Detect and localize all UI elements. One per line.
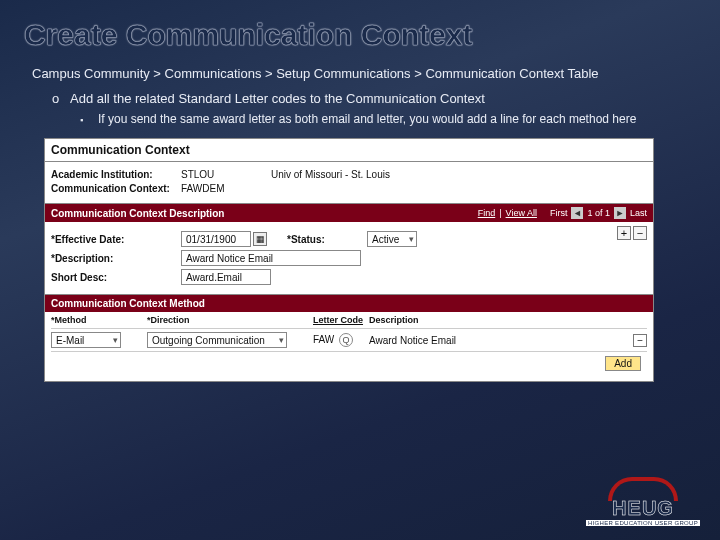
nav-next-button[interactable]: ► — [614, 207, 626, 219]
section-title: Communication Context Description — [51, 208, 224, 219]
breadcrumb: Campus Community > Communications > Setu… — [32, 66, 696, 81]
direction-select[interactable]: Outgoing Communication — [147, 332, 287, 348]
delete-row-icon[interactable]: − — [633, 226, 647, 240]
effdt-input[interactable]: 01/31/1900 — [181, 231, 251, 247]
calendar-icon[interactable]: ▦ — [253, 232, 267, 246]
col-description-header: Description — [369, 315, 611, 325]
lettercode-value: FAW — [313, 334, 334, 345]
nav-prev-button[interactable]: ◄ — [571, 207, 583, 219]
context-label: Communication Context: — [51, 183, 181, 194]
app-panel: Communication Context Academic Instituti… — [44, 138, 654, 382]
institution-name: Univ of Missouri - St. Louis — [271, 169, 451, 180]
col-direction-header: *Direction — [147, 315, 307, 325]
description-label: *Description: — [51, 253, 181, 264]
section-header-method: Communication Context Method — [45, 295, 653, 312]
bullet-text: If you send the same award letter as bot… — [98, 112, 636, 126]
row-delete-icon[interactable]: − — [633, 334, 647, 347]
heug-logo: HEUG HIGHER EDUCATION USER GROUP — [586, 477, 700, 526]
shortdesc-label: Short Desc: — [51, 272, 181, 283]
method-select[interactable]: E-Mail — [51, 332, 121, 348]
find-link[interactable]: Find — [478, 208, 496, 218]
nav-count: 1 of 1 — [587, 208, 610, 218]
section-header-description: Communication Context Description Find |… — [45, 204, 653, 222]
lookup-icon[interactable]: Q — [339, 333, 353, 347]
viewall-link[interactable]: View All — [506, 208, 537, 218]
institution-label: Academic Institution: — [51, 169, 181, 180]
slide-title: Create Communication Context — [24, 18, 696, 52]
method-row: E-Mail Outgoing Communication FAW Q Awar… — [51, 329, 647, 352]
logo-text: HEUG — [586, 497, 700, 520]
status-select[interactable]: Active — [367, 231, 417, 247]
bullet-marker: ▪ — [80, 112, 98, 128]
row-description: Award Notice Email — [369, 335, 611, 346]
nav-first-label: First — [550, 208, 568, 218]
effdt-label: *Effective Date: — [51, 234, 181, 245]
nav-last-label: Last — [630, 208, 647, 218]
bullet-text: Add all the related Standard Letter code… — [70, 91, 485, 106]
col-lettercode-header: Letter Code — [313, 315, 363, 325]
description-input[interactable]: Award Notice Email — [181, 250, 361, 266]
status-label: *Status: — [287, 234, 367, 245]
context-code: FAWDEM — [181, 183, 271, 194]
panel-title: Communication Context — [45, 139, 653, 162]
logo-subtitle: HIGHER EDUCATION USER GROUP — [586, 520, 700, 526]
institution-code: STLOU — [181, 169, 271, 180]
bullet-marker: o — [52, 91, 70, 106]
add-button[interactable]: Add — [605, 356, 641, 371]
shortdesc-input[interactable]: Award.Email — [181, 269, 271, 285]
col-method-header: *Method — [51, 315, 141, 325]
add-row-icon[interactable]: + — [617, 226, 631, 240]
